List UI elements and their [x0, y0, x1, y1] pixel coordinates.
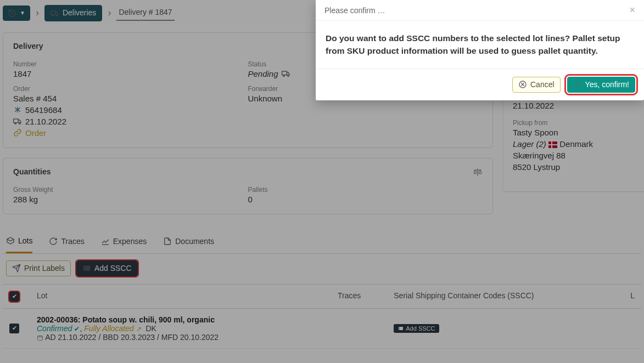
cancel-button[interactable]: Cancel — [512, 77, 561, 93]
close-icon[interactable]: × — [629, 4, 635, 16]
modal-body: Do you want to add SSCC numbers to the s… — [316, 21, 644, 69]
cancel-icon — [518, 80, 527, 89]
check-icon — [573, 80, 582, 89]
modal-title: Please confirm … — [324, 6, 385, 15]
confirm-modal: Please confirm … × Do you want to add SS… — [316, 0, 644, 100]
confirm-button[interactable]: Yes, confirm! — [567, 77, 635, 93]
